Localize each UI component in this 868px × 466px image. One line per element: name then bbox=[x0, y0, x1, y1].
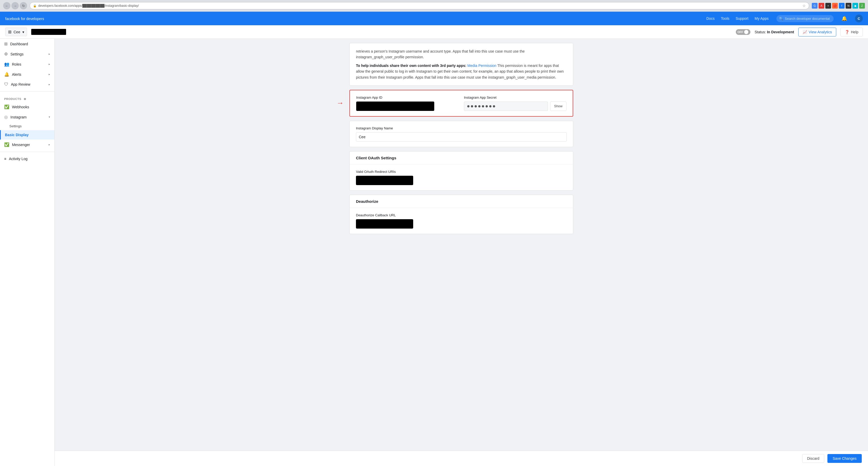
app-header: ⊞ Cee ▾ ████████████ OFF Status: In Deve… bbox=[0, 25, 868, 39]
back-button[interactable]: ← bbox=[3, 2, 10, 9]
address-bar[interactable]: 🔒 developers.facebook.com/apps/█████████… bbox=[30, 2, 809, 9]
bookmark-icon: ☆ bbox=[802, 4, 806, 8]
chevron-right-icon-messenger: ▸ bbox=[49, 143, 50, 146]
intro-bold: To help individuals share their own cont… bbox=[356, 63, 466, 68]
sidebar-item-roles[interactable]: 👥 Roles ▸ bbox=[0, 59, 54, 69]
grid-icon: ⊞ bbox=[8, 29, 11, 34]
left-arrow-annotation: → bbox=[336, 99, 344, 107]
content-wrapper: retrieves a person's Instagram username … bbox=[344, 39, 579, 264]
toggle-wrap: OFF bbox=[736, 29, 750, 35]
shield-icon: 🛡 bbox=[4, 82, 8, 87]
sidebar-label-ig-settings: Settings bbox=[9, 124, 22, 128]
ext-icon-1[interactable]: G bbox=[812, 3, 817, 8]
app-credentials-wrapper: → Instagram App ID Instagram App Secret … bbox=[349, 90, 573, 117]
status-text: Status: In Development bbox=[754, 30, 794, 34]
help-button[interactable]: ❓ Help bbox=[840, 28, 863, 36]
sidebar-item-webhooks[interactable]: ✅ Webhooks bbox=[0, 102, 54, 112]
deauth-callback-label: Deauthorize Callback URL bbox=[356, 213, 567, 217]
sidebar: ⊞ Dashboard ⚙ Settings ▸ 👥 Roles ▸ 🔔 Ale… bbox=[0, 39, 55, 466]
intro-text-1: retrieves a person's Instagram username … bbox=[356, 49, 567, 60]
sidebar-item-settings[interactable]: ⚙ Settings ▸ bbox=[0, 49, 54, 59]
sidebar-label-webhooks: Webhooks bbox=[12, 105, 29, 109]
products-section-label: PRODUCTS ⊕ bbox=[0, 94, 54, 102]
check-icon-messenger: ✅ bbox=[4, 142, 9, 147]
app-id-grid: Instagram App ID Instagram App Secret Sh… bbox=[356, 95, 566, 111]
list-icon: ≡ bbox=[4, 157, 6, 161]
roles-icon: 👥 bbox=[4, 62, 9, 67]
sidebar-item-instagram[interactable]: ◎ Instagram ▾ bbox=[0, 112, 54, 122]
chevron-down-icon: ▾ bbox=[22, 30, 24, 34]
url-text: developers.facebook.com/apps/██████████/… bbox=[38, 4, 801, 7]
sidebar-label-alerts: Alerts bbox=[12, 72, 21, 77]
discard-button[interactable]: Discard bbox=[802, 454, 824, 463]
ext-icon-8[interactable]: Z bbox=[859, 3, 865, 8]
sidebar-item-messenger[interactable]: ✅ Messenger ▸ bbox=[0, 140, 54, 150]
nav-myapps[interactable]: My Apps bbox=[754, 17, 769, 21]
main-layout: ⊞ Dashboard ⚙ Settings ▸ 👥 Roles ▸ 🔔 Ale… bbox=[0, 39, 868, 466]
plus-icon[interactable]: ⊕ bbox=[24, 97, 26, 100]
deauth-header: Deauthorize bbox=[350, 195, 573, 208]
app-selector[interactable]: ⊞ Cee ▾ bbox=[5, 28, 27, 36]
nav-support[interactable]: Support bbox=[736, 17, 748, 21]
display-name-body: Instagram Display Name bbox=[350, 121, 573, 147]
nav-tools[interactable]: Tools bbox=[721, 17, 730, 21]
app-id-card: Instagram App ID Instagram App Secret Sh… bbox=[349, 90, 573, 117]
forward-button[interactable]: → bbox=[11, 2, 19, 9]
app-id-field: Instagram App ID bbox=[356, 95, 459, 111]
nav-docs[interactable]: Docs bbox=[706, 17, 715, 21]
deauth-callback-input-redacted bbox=[356, 219, 413, 229]
search-wrap: 🔍 bbox=[776, 15, 834, 22]
sidebar-item-app-review[interactable]: 🛡 App Review ▸ bbox=[0, 79, 54, 89]
browser-nav-buttons: ← → ↻ bbox=[3, 2, 27, 9]
ext-icon-5[interactable]: f bbox=[839, 3, 845, 8]
browser-chrome: ← → ↻ 🔒 developers.facebook.com/apps/███… bbox=[0, 0, 868, 12]
ext-icon-3[interactable]: + bbox=[825, 3, 831, 8]
oauth-redirect-input-redacted bbox=[356, 176, 413, 185]
sidebar-divider-2 bbox=[0, 152, 54, 152]
app-id-label: Instagram App ID bbox=[356, 95, 459, 99]
ext-icon-6[interactable]: N bbox=[846, 3, 851, 8]
chevron-right-icon-4: ▸ bbox=[49, 83, 50, 86]
oauth-redirect-field: Valid OAuth Redirect URIs bbox=[356, 170, 567, 185]
display-name-field: Instagram Display Name bbox=[356, 126, 567, 142]
app-secret-label: Instagram App Secret bbox=[464, 95, 566, 99]
secret-wrap: Show bbox=[464, 101, 566, 111]
status-toggle[interactable]: OFF bbox=[736, 29, 750, 35]
ext-icon-2[interactable]: A bbox=[818, 3, 824, 8]
ext-icon-7[interactable]: ◆ bbox=[852, 3, 858, 8]
toggle-knob bbox=[744, 30, 748, 34]
sidebar-sub-instagram-settings[interactable]: Settings bbox=[0, 122, 54, 130]
intro-link[interactable]: Media Permission bbox=[467, 63, 496, 68]
ext-icon-4[interactable]: 🔴 bbox=[832, 3, 838, 8]
app-id-tag: ████████████ bbox=[31, 29, 66, 35]
app-secret-input bbox=[464, 101, 548, 111]
show-secret-button[interactable]: Show bbox=[550, 101, 566, 111]
sidebar-label-activity-log: Activity Log bbox=[9, 157, 28, 161]
dashboard-icon: ⊞ bbox=[4, 41, 7, 46]
chevron-right-icon: ▸ bbox=[49, 52, 50, 56]
display-name-input[interactable] bbox=[356, 132, 567, 142]
bell-icon-sidebar: 🔔 bbox=[4, 72, 9, 77]
search-input[interactable] bbox=[776, 15, 834, 22]
app-id-value-redacted bbox=[356, 101, 434, 111]
footer-spacer bbox=[349, 238, 573, 254]
deauth-body: Deauthorize Callback URL bbox=[350, 208, 573, 234]
avatar[interactable]: C bbox=[855, 14, 863, 22]
sidebar-label-dashboard: Dashboard bbox=[10, 42, 28, 46]
oauth-body: Valid OAuth Redirect URIs bbox=[350, 165, 573, 190]
top-nav-links: Docs Tools Support My Apps bbox=[706, 17, 769, 21]
oauth-card: Client OAuth Settings Valid OAuth Redire… bbox=[349, 151, 573, 191]
circle-icon-instagram: ◎ bbox=[4, 115, 8, 119]
oauth-redirect-label: Valid OAuth Redirect URIs bbox=[356, 170, 567, 174]
sidebar-item-activity-log[interactable]: ≡ Activity Log bbox=[0, 154, 54, 164]
save-changes-button[interactable]: Save Changes bbox=[828, 454, 862, 463]
view-analytics-button[interactable]: 📈 View Analytics bbox=[798, 28, 836, 36]
sidebar-item-dashboard[interactable]: ⊞ Dashboard bbox=[0, 39, 54, 49]
footer-bar: Discard Save Changes bbox=[55, 450, 868, 466]
sidebar-label-roles: Roles bbox=[12, 62, 21, 66]
refresh-button[interactable]: ↻ bbox=[20, 2, 27, 9]
sidebar-item-basic-display[interactable]: Basic Display bbox=[0, 130, 54, 140]
sidebar-item-alerts[interactable]: 🔔 Alerts ▸ bbox=[0, 69, 54, 79]
notification-bell[interactable]: 🔔 bbox=[841, 16, 847, 21]
display-name-label: Instagram Display Name bbox=[356, 126, 567, 130]
